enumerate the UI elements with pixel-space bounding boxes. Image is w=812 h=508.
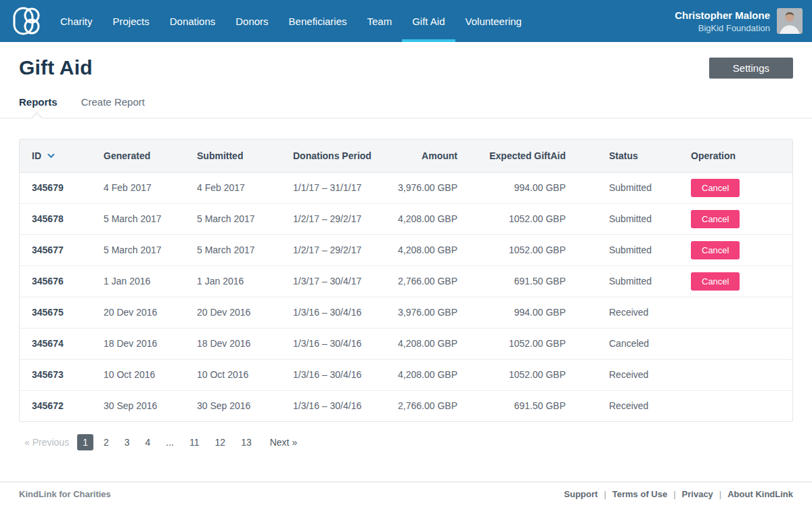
expected-giftaid: 1052.00 GBP	[457, 359, 566, 390]
report-id: 345673	[20, 359, 104, 390]
table-row: 345679 4 Feb 2017 4 Feb 2017 1/1/17 – 31…	[20, 172, 792, 203]
pagination-page-12[interactable]: 12	[210, 434, 231, 450]
page-footer: KindLink for Charities Support | Terms o…	[0, 482, 812, 508]
generated-date: 4 Feb 2017	[104, 172, 197, 203]
report-id: 345678	[20, 203, 104, 234]
column-header-donations-period: Donations Period	[293, 140, 391, 172]
main-content: Gift Aid Settings Reports Create Report …	[0, 56, 812, 450]
avatar[interactable]	[777, 8, 803, 34]
footer-link-privacy[interactable]: Privacy	[682, 489, 713, 499]
nav-item-volunteering[interactable]: Volunteering	[455, 0, 532, 42]
status: Canceled	[566, 328, 677, 359]
cancel-button[interactable]: Cancel	[691, 210, 740, 228]
page-title: Gift Aid	[19, 56, 93, 79]
status: Submitted	[566, 234, 677, 266]
donations-period: 1/1/17 – 31/1/17	[293, 172, 391, 203]
generated-date: 30 Sep 2016	[104, 390, 197, 421]
pagination-page-1[interactable]: 1	[77, 434, 93, 450]
donations-period: 1/2/17 – 29/2/17	[293, 203, 391, 234]
pagination: « Previous 1 2 3 4 ... 11 12 13 Next »	[19, 434, 793, 450]
nav-item-gift-aid[interactable]: Gift Aid	[402, 0, 455, 42]
nav-item-team[interactable]: Team	[357, 0, 403, 42]
donations-period: 1/3/16 – 30/4/16	[293, 390, 391, 421]
tab-divider	[0, 118, 812, 119]
expected-giftaid: 1052.00 GBP	[457, 203, 566, 234]
nav-item-donors[interactable]: Donors	[225, 0, 278, 42]
status: Submitted	[566, 266, 677, 297]
expected-giftaid: 691.50 GBP	[457, 266, 566, 297]
cancel-button[interactable]: Cancel	[691, 179, 740, 197]
cancel-button[interactable]: Cancel	[691, 272, 740, 291]
amount: 4,208.00 GBP	[391, 234, 457, 266]
donations-period: 1/3/16 – 30/4/16	[293, 297, 391, 328]
amount: 4,208.00 GBP	[391, 203, 457, 234]
table-row: 345678 5 March 2017 5 March 2017 1/2/17 …	[20, 203, 792, 234]
expected-giftaid: 994.00 GBP	[457, 172, 566, 203]
pagination-ellipsis: ...	[160, 434, 179, 450]
report-id: 345677	[20, 234, 104, 266]
column-header-id[interactable]: ID	[20, 140, 104, 172]
expected-giftaid: 1052.00 GBP	[457, 328, 566, 359]
donations-period: 1/2/17 – 29/2/17	[293, 234, 391, 266]
pagination-page-11[interactable]: 11	[184, 434, 205, 450]
kindlink-logo-icon	[12, 6, 42, 36]
pagination-page-3[interactable]: 3	[119, 434, 135, 450]
amount: 2,766.00 GBP	[391, 266, 457, 297]
submitted-date: 18 Dev 2016	[197, 328, 293, 359]
report-id: 345679	[20, 172, 104, 203]
donations-period: 1/3/16 – 30/4/16	[293, 328, 391, 359]
report-tabs: Reports Create Report	[19, 96, 793, 108]
tab-reports[interactable]: Reports	[19, 96, 58, 108]
active-tab-notch	[32, 112, 43, 123]
table-row: 345674 18 Dev 2016 18 Dev 2016 1/3/16 – …	[20, 328, 792, 359]
column-header-expected-giftaid: Expected GiftAid	[457, 140, 566, 172]
amount: 2,766.00 GBP	[391, 390, 457, 421]
footer-separator: |	[604, 489, 606, 499]
pagination-previous[interactable]: « Previous	[19, 434, 74, 450]
expected-giftaid: 691.50 GBP	[457, 390, 566, 421]
status: Received	[566, 297, 677, 328]
footer-link-support[interactable]: Support	[564, 489, 598, 499]
submitted-date: 20 Dev 2016	[197, 297, 293, 328]
sort-chevron-down-icon[interactable]	[47, 154, 55, 158]
user-info: Christopher Malone BigKid Foundation	[675, 9, 770, 33]
cancel-button[interactable]: Cancel	[691, 241, 740, 259]
table-header-row: ID Generated Submitted Donations Period …	[20, 140, 792, 172]
settings-button[interactable]: Settings	[709, 58, 793, 79]
status: Received	[566, 359, 677, 390]
pagination-next[interactable]: Next »	[265, 434, 302, 450]
status: Submitted	[566, 172, 677, 203]
donations-period: 1/3/17 – 30/4/17	[293, 266, 391, 297]
footer-link-about[interactable]: About KindLink	[727, 489, 793, 499]
column-header-status: Status	[566, 140, 677, 172]
kindlink-logo[interactable]	[9, 0, 45, 42]
column-header-generated: Generated	[104, 140, 197, 172]
user-name: Christopher Malone	[675, 9, 770, 21]
nav-item-donations[interactable]: Donations	[160, 0, 226, 42]
avatar-photo	[777, 8, 803, 34]
pagination-page-13[interactable]: 13	[235, 434, 257, 450]
nav-item-charity[interactable]: Charity	[50, 0, 103, 42]
footer-separator: |	[719, 489, 721, 499]
tab-create-report[interactable]: Create Report	[81, 96, 145, 108]
pagination-page-2[interactable]: 2	[98, 434, 114, 450]
report-id: 345675	[20, 297, 104, 328]
donations-period: 1/3/16 – 30/4/16	[293, 359, 391, 390]
table-row: 345676 1 Jan 2016 1 Jan 2016 1/3/17 – 30…	[20, 266, 792, 297]
column-header-submitted: Submitted	[197, 140, 293, 172]
footer-links: Support | Terms of Use | Privacy | About…	[564, 489, 793, 499]
table-row: 345677 5 March 2017 5 March 2017 1/2/17 …	[20, 234, 792, 266]
pagination-page-4[interactable]: 4	[140, 434, 156, 450]
main-menu: Charity Projects Donations Donors Benefi…	[50, 0, 532, 42]
generated-date: 5 March 2017	[104, 234, 197, 266]
amount: 4,208.00 GBP	[391, 359, 457, 390]
report-id: 345672	[20, 390, 104, 421]
nav-item-projects[interactable]: Projects	[103, 0, 160, 42]
top-nav-bar: Charity Projects Donations Donors Benefi…	[0, 0, 812, 42]
table-row: 345672 30 Sep 2016 30 Sep 2016 1/3/16 – …	[20, 390, 792, 421]
generated-date: 18 Dev 2016	[104, 328, 197, 359]
nav-item-beneficiaries[interactable]: Beneficiaries	[279, 0, 357, 42]
amount: 3,976.00 GBP	[391, 297, 457, 328]
user-menu[interactable]: Christopher Malone BigKid Foundation	[675, 0, 803, 42]
footer-link-terms[interactable]: Terms of Use	[612, 489, 667, 499]
